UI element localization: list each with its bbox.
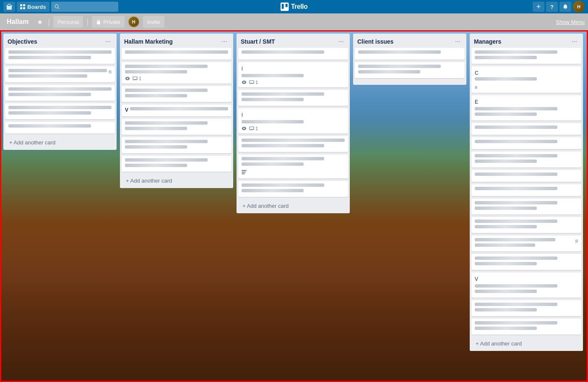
list-header-objectives: Objectives ··· xyxy=(3,34,117,48)
list-title-managers: Managers xyxy=(474,38,570,45)
board-title[interactable]: Hallam xyxy=(3,16,32,27)
card-content xyxy=(125,89,208,92)
card-content xyxy=(242,183,324,187)
list-cards-stuart: l 1 xyxy=(237,48,350,199)
card[interactable] xyxy=(471,254,581,270)
search-bar[interactable] xyxy=(51,2,118,12)
boards-label: Boards xyxy=(27,4,46,10)
card[interactable]: 1 xyxy=(122,62,232,84)
card[interactable] xyxy=(5,85,115,101)
card[interactable] xyxy=(355,62,465,78)
card[interactable] xyxy=(471,137,581,149)
svg-rect-0 xyxy=(7,6,12,10)
card[interactable] xyxy=(122,48,232,60)
list-cards-managers: C a E xyxy=(470,48,583,337)
card[interactable] xyxy=(471,199,581,215)
card-content xyxy=(125,65,208,68)
card[interactable] xyxy=(238,181,348,197)
notifications-button[interactable] xyxy=(559,2,571,12)
svg-rect-17 xyxy=(242,172,246,173)
card[interactable]: E xyxy=(471,95,581,120)
trello-logo-text: Trello xyxy=(291,3,308,10)
card[interactable] xyxy=(471,184,581,196)
svg-point-8 xyxy=(127,78,128,79)
home-button[interactable] xyxy=(3,2,15,12)
svg-point-1 xyxy=(55,5,58,8)
comment-badge: 1 xyxy=(133,76,141,81)
card-content xyxy=(358,65,441,68)
card-content xyxy=(475,321,557,324)
card-content xyxy=(475,56,537,59)
svg-line-2 xyxy=(58,8,59,9)
card[interactable] xyxy=(471,152,581,167)
card[interactable] xyxy=(471,48,581,64)
card[interactable] xyxy=(122,156,232,172)
card[interactable] xyxy=(5,122,115,133)
card-content xyxy=(475,303,557,306)
card-prefix: C xyxy=(475,70,479,76)
card[interactable]: l 1 xyxy=(238,62,348,87)
card-content xyxy=(242,74,304,77)
card[interactable] xyxy=(5,48,115,64)
invite-button[interactable]: Invite xyxy=(143,16,164,28)
list-menu-client[interactable]: ··· xyxy=(453,37,462,46)
card[interactable] xyxy=(5,103,115,119)
card-content xyxy=(8,124,91,128)
list-menu-marketing[interactable]: ··· xyxy=(220,37,229,46)
card[interactable] xyxy=(471,217,581,233)
add-card-objectives[interactable]: + Add another card xyxy=(7,138,113,147)
list-title-marketing: Hallam Marketing xyxy=(124,38,220,45)
personal-button[interactable]: Personal xyxy=(53,16,83,28)
card[interactable] xyxy=(471,300,581,316)
list-header-stuart: Stuart / SMT ··· xyxy=(237,34,350,48)
card[interactable] xyxy=(122,137,232,153)
add-card-marketing[interactable]: + Add another card xyxy=(123,176,230,186)
card[interactable] xyxy=(122,86,232,102)
card-content xyxy=(475,113,537,116)
card-suffix: p xyxy=(575,238,578,243)
card[interactable] xyxy=(471,123,581,135)
card-content xyxy=(475,262,537,265)
card[interactable] xyxy=(471,319,581,335)
board-avatar[interactable]: H xyxy=(128,16,140,28)
card[interactable] xyxy=(238,48,348,60)
private-button[interactable]: Private xyxy=(92,16,124,28)
list-header-marketing: Hallam Marketing ··· xyxy=(120,34,233,48)
card-content xyxy=(242,139,345,142)
star-button[interactable]: ★ xyxy=(35,16,44,28)
card-content xyxy=(475,308,537,311)
card[interactable]: p xyxy=(471,235,581,251)
card[interactable]: n xyxy=(5,66,115,82)
card-badges: 1 xyxy=(242,126,345,131)
list-menu-objectives[interactable]: ··· xyxy=(104,37,112,46)
card[interactable] xyxy=(355,48,465,60)
card[interactable]: V xyxy=(122,105,232,116)
list-menu-stuart[interactable]: ··· xyxy=(337,37,346,46)
header-right: Show Menu xyxy=(556,18,585,26)
list-footer-stuart: + Add another card xyxy=(237,199,350,213)
card-content xyxy=(475,207,537,210)
list-cards-objectives: n xyxy=(3,48,117,136)
card[interactable]: V xyxy=(471,272,581,298)
show-menu-button[interactable]: Show Menu xyxy=(556,19,585,25)
card[interactable] xyxy=(471,170,581,182)
boards-button[interactable]: Boards xyxy=(17,2,49,12)
card-content xyxy=(475,327,537,330)
card[interactable] xyxy=(238,154,348,178)
card[interactable] xyxy=(238,90,348,106)
card-content xyxy=(242,189,304,192)
boards-grid-icon xyxy=(20,4,25,9)
add-card-stuart[interactable]: + Add another card xyxy=(240,201,346,211)
add-card-managers[interactable]: + Add another card xyxy=(473,339,580,348)
info-button[interactable]: ? xyxy=(546,2,558,12)
user-avatar[interactable]: H xyxy=(573,1,585,13)
card[interactable]: l 1 xyxy=(238,108,348,133)
card[interactable]: C a xyxy=(471,66,581,93)
list-menu-managers[interactable]: ··· xyxy=(570,37,579,46)
card-content xyxy=(475,284,557,288)
card[interactable] xyxy=(238,136,348,152)
card[interactable] xyxy=(122,119,232,135)
svg-rect-6 xyxy=(97,21,100,24)
card-content xyxy=(125,121,208,125)
add-button[interactable]: + xyxy=(533,2,544,12)
